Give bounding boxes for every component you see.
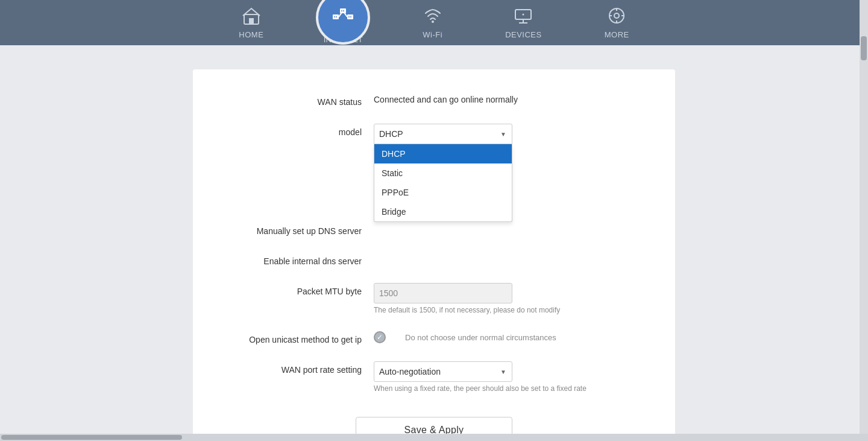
svg-point-11 (350, 16, 351, 17)
horizontal-scrollbar[interactable] (0, 434, 868, 441)
svg-rect-1 (249, 18, 254, 24)
wifi-icon (423, 6, 442, 28)
mtu-label: Packet MTU byte (241, 283, 374, 296)
svg-point-20 (614, 13, 619, 18)
nav-wifi-label: Wi-Fi (423, 30, 442, 39)
wan-status-value: Connected and can go online normally (374, 94, 518, 106)
svg-point-9 (336, 16, 337, 17)
dns-row: Manually set up DNS server (241, 223, 627, 236)
mtu-input[interactable] (374, 283, 512, 303)
mtu-hint: The default is 1500, if not necessary, p… (374, 306, 560, 314)
internal-dns-label: Enable internal dns server (241, 253, 374, 266)
devices-icon (514, 6, 533, 28)
mtu-row: Packet MTU byte The default is 1500, if … (241, 283, 627, 314)
main-content: WAN status Connected and can go online n… (0, 45, 868, 441)
wan-status-row: WAN status Connected and can go online n… (241, 94, 627, 107)
nav-wifi[interactable]: Wi-Fi (415, 1, 450, 44)
svg-point-12 (341, 10, 342, 11)
nav-home-label: HOME (239, 30, 263, 39)
wan-rate-select-wrapper: Auto-negotiation 10M 100M (374, 361, 512, 382)
wan-rate-row: WAN port rate setting Auto-negotiation 1… (241, 361, 627, 393)
nav-more[interactable]: MORE (597, 1, 637, 44)
model-dropdown-list: DHCP Static PPPoE Bridge (374, 144, 512, 222)
model-select-wrapper: DHCP Static PPPoE Bridge (374, 124, 512, 144)
svg-point-8 (334, 16, 335, 17)
model-option-static-item[interactable]: Static (374, 163, 512, 183)
dns-label: Manually set up DNS server (241, 223, 374, 236)
wan-status-label: WAN status (241, 94, 374, 107)
model-label: model (241, 124, 374, 137)
hscroll-thumb (1, 435, 182, 440)
nav-items: HOME (231, 1, 636, 44)
svg-point-10 (348, 16, 350, 17)
wan-rate-hint: When using a fixed rate, the peer should… (374, 384, 587, 393)
vscroll-thumb (861, 36, 867, 60)
unicast-checkbox-row: Do not choose under normal circumstances (374, 331, 556, 343)
model-option-dhcp-item[interactable]: DHCP (374, 144, 512, 163)
svg-point-18 (523, 14, 524, 16)
internal-dns-row: Enable internal dns server (241, 253, 627, 266)
unicast-label: Open unicast method to get ip (241, 331, 374, 344)
unicast-hint: Do not choose under normal circumstances (405, 333, 556, 342)
wan-rate-select[interactable]: Auto-negotiation 10M 100M (374, 361, 512, 382)
model-option-pppoe-item[interactable]: PPPoE (374, 183, 512, 202)
svg-point-13 (343, 10, 344, 11)
unicast-row: Open unicast method to get ip Do not cho… (241, 331, 627, 344)
model-option-bridge-item[interactable]: Bridge (374, 202, 512, 221)
wan-rate-label: WAN port rate setting (241, 361, 374, 375)
nav-internet[interactable]: INTERNET (319, 1, 367, 44)
model-select[interactable]: DHCP Static PPPoE Bridge (374, 124, 512, 144)
navigation: HOME (0, 0, 868, 45)
nav-devices[interactable]: DEVICES (498, 1, 549, 44)
svg-point-14 (432, 21, 434, 23)
mtu-field-group: The default is 1500, if not necessary, p… (374, 283, 560, 314)
unicast-toggle[interactable] (374, 331, 386, 343)
more-icon (607, 6, 626, 28)
nav-devices-label: DEVICES (505, 30, 542, 39)
content-card: WAN status Connected and can go online n… (193, 69, 675, 441)
model-dropdown[interactable]: DHCP Static PPPoE Bridge DHCP Static PPP… (374, 124, 512, 144)
vertical-scrollbar[interactable] (860, 0, 868, 434)
wan-rate-field-group: Auto-negotiation 10M 100M When using a f… (374, 361, 587, 393)
nav-more-label: MORE (605, 30, 629, 39)
home-icon (242, 6, 261, 28)
model-row: model DHCP Static PPPoE Bridge DHCP Stat… (241, 124, 627, 144)
nav-home[interactable]: HOME (231, 1, 271, 44)
